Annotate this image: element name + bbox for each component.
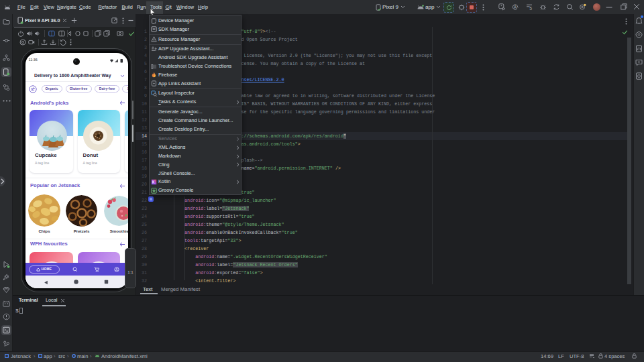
svg-text:A: A bbox=[514, 5, 517, 9]
svg-text:5: 5 bbox=[529, 6, 532, 11]
